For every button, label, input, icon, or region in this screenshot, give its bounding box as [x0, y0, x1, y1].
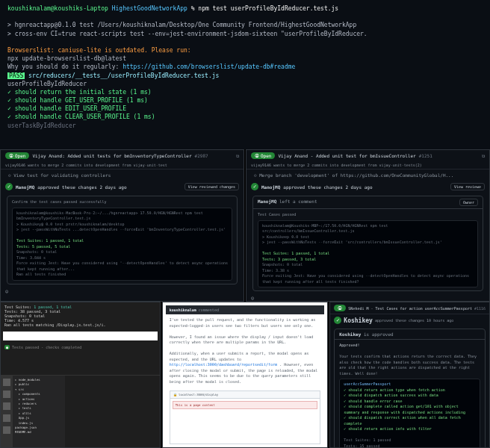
git-merge-icon: ⦿: [255, 153, 259, 158]
emoji-reaction-button[interactable]: ☺: [1, 287, 244, 296]
review-comment-box: Confirm the test cases passed successful…: [7, 196, 238, 284]
comment-text: Confirm the test cases passed successful…: [12, 199, 232, 205]
review-comment-box: ManojMQ left a comment Owner Test Cases …: [252, 196, 483, 291]
pr-number: #2987: [195, 153, 208, 158]
search-icon[interactable]: [3, 391, 10, 398]
file-explorer[interactable]: ▸ node_modules ▸ public ▾ src ▸ componen…: [13, 376, 65, 447]
pass-file: src/reducers/__tests__/userProfileByIdRe…: [28, 72, 219, 79]
test-case-2: ✓ should handle GET_USER_PROFILE (1 ms): [7, 96, 483, 105]
localhost-link[interactable]: http://localhost:3000/dashboard/reportse…: [170, 362, 278, 367]
debug-icon[interactable]: [3, 414, 10, 422]
copy-icon[interactable]: ⧉: [236, 153, 239, 159]
review-body-text: Your tests confirm that actions return t…: [339, 354, 480, 376]
prompt-dir: HighestGoodNetworkApp: [112, 5, 187, 12]
page-content-box: This is a page content: [173, 401, 318, 409]
review-action: approved these changes 2 days ago: [283, 184, 372, 190]
suite-name: userProfileByIdReducer: [7, 80, 483, 88]
pr-title[interactable]: SNehedi M - Test Cases for action userAc…: [348, 306, 472, 311]
crossenv-line: > cross-env CI=true react-scripts test -…: [7, 30, 483, 38]
comment-author[interactable]: Koshikey: [339, 332, 361, 337]
pr-title[interactable]: Vijay Anand: Added unit tests for bmInve…: [32, 153, 191, 158]
github-pr-panel-3: ⦿ SNehedi M - Test Cases for action user…: [329, 302, 490, 448]
files-icon[interactable]: [3, 379, 10, 386]
url-bar: localhost:3000/display: [179, 393, 218, 396]
check-icon: ✓: [5, 183, 13, 190]
extensions-icon[interactable]: [3, 426, 10, 434]
check-icon: ✓: [334, 317, 341, 324]
npx-update-line: npx update-browserslist-db@latest: [7, 55, 483, 63]
pr-branch-info: vijay9146 wants to merge 2 commits into …: [1, 161, 244, 169]
next-suite: userTaskByIdReducer: [7, 122, 483, 130]
emoji-reaction-button[interactable]: ☺: [246, 294, 489, 302]
browserslist-url[interactable]: https://github.com/browserslist/update-d…: [122, 63, 295, 70]
reviewer-name[interactable]: ManojMQ: [16, 184, 34, 190]
github-comment-panel: koushiknalam commented I've tested the p…: [162, 302, 329, 448]
pr-title[interactable]: Vijay Anand - Added unit test for bmIssu…: [278, 153, 415, 158]
pr-status-open: ⦿: [334, 305, 346, 311]
comment-author[interactable]: koushiknalam: [170, 308, 196, 312]
prompt-user: koushiknalam@koushiks-Laptop: [7, 5, 108, 12]
lock-icon: 🔒: [173, 393, 177, 396]
github-pr-panel-left: ⦿ Open Vijay Anand: Added unit tests for…: [0, 149, 244, 302]
browser-screenshot: 🔒 localhost:3000/display This is a page …: [170, 391, 321, 444]
test-cases-title: Test Cases passed: [258, 212, 478, 218]
view-reviewed-changes-button[interactable]: View reviewe: [450, 183, 485, 190]
comment-body: I've tested the pull request, and the fu…: [166, 314, 325, 388]
pr-status-open: ⦿ Open: [5, 152, 29, 159]
comment-author[interactable]: ManojMQ: [258, 199, 276, 204]
ci-pass-badge: ●: [4, 345, 10, 349]
why-text: Why you should do it regularly:: [7, 63, 119, 70]
vscode-activity-bar: [1, 376, 13, 447]
test-script-line: > hgnreactapp@0.1.0 test /Users/koushikn…: [7, 21, 483, 29]
pr-number: #1251: [419, 153, 432, 158]
comment-time: commented: [199, 308, 219, 312]
test-output-code: userAccSummerPassport ✓ should return ac…: [339, 379, 480, 448]
timeline-note: View test for validating controllers: [13, 172, 111, 178]
check-icon: ✓: [251, 183, 258, 190]
git-merge-icon: ⦿: [9, 153, 13, 158]
comment-action: left a comment: [279, 199, 317, 204]
pass-badge: PASS: [7, 72, 25, 79]
merge-branch-note: Merge branch 'development' of https://gi…: [259, 172, 453, 178]
review-action: approved these changes 2 days ago: [37, 184, 126, 190]
browserslist-warning: Browserslist: caniuse-lite is outdated. …: [7, 46, 483, 55]
jest-summary: Test Suites: 1 passed, 1 total Tests: 38…: [1, 302, 160, 329]
prompt-symbol: %: [191, 5, 195, 12]
review-action: approved these changes 10 hours ago: [375, 318, 453, 323]
copy-icon[interactable]: ⧉: [482, 153, 485, 159]
editor-panel: Test Suites: 1 passed, 1 total Tests: 38…: [0, 302, 161, 448]
git-icon[interactable]: [3, 402, 10, 410]
test-case-3: ✓ should handle EDIT_USER_PROFILE: [7, 105, 483, 113]
pr-branch-info: vijay9146 wants to merge 2 commits into …: [246, 161, 489, 169]
test-case-4: ✓ should handle CLEAR_USER_PROFILE (1 ms…: [7, 113, 483, 121]
test-output-code: koushiknalam@koushiks-MacBook-Pro-2:~/..…: [12, 208, 232, 281]
reviewer-name[interactable]: Koshikey: [344, 317, 373, 324]
reviewer-name[interactable]: ManojMQ: [261, 184, 280, 190]
pr-status-open: ⦿ Open: [251, 152, 275, 159]
ci-status-text: Tests passed · checks completed: [12, 345, 81, 349]
npm-command: npm test userProfileByIdReducer.test.js: [198, 5, 338, 12]
tree-item[interactable]: README.md: [15, 430, 63, 435]
view-reviewed-changes-button[interactable]: View reviewed changes: [184, 183, 239, 190]
approved-heading: Approved!: [339, 343, 480, 349]
terminal-output: koushiknalam@koushiks-Laptop HighestGood…: [0, 0, 490, 149]
owner-badge: Owner: [459, 199, 478, 206]
test-case-1: ✓ should return the initial state (1 ms): [7, 88, 483, 96]
test-output-code: koushiknalam@Koushiks-MBP~:/17.50.0/HGN/…: [258, 220, 478, 288]
vscode-window: ▸ node_modules ▸ public ▾ src ▸ componen…: [1, 375, 160, 447]
pr-number: #1116: [474, 306, 486, 311]
github-pr-panel-right: ⦿ Open Vijay Anand - Added unit test for…: [246, 149, 490, 302]
